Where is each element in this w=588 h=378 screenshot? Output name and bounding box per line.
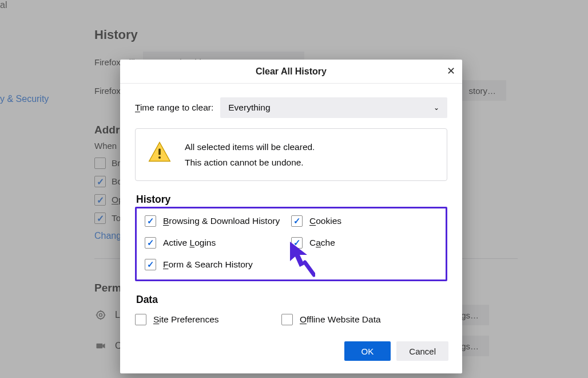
dialog-title: Clear All History xyxy=(256,66,327,77)
checkbox-browsing-download-history[interactable]: Browsing & Download History xyxy=(145,215,288,227)
time-range-select[interactable]: Everything ⌄ xyxy=(220,97,447,118)
dialog-header: Clear All History ✕ xyxy=(120,60,462,84)
checkbox-label: Site Preferences xyxy=(153,314,219,325)
warning-box: All selected items will be cleared. This… xyxy=(135,128,447,181)
checkbox-icon[interactable] xyxy=(145,237,156,249)
svg-point-8 xyxy=(158,156,161,159)
checkbox-icon[interactable] xyxy=(291,215,303,227)
time-range-row: Time range to clear: Everything ⌄ xyxy=(135,97,447,118)
checkbox-offline-website-data[interactable]: Offline Website Data xyxy=(281,314,447,325)
warning-line-2: This action cannot be undone. xyxy=(185,155,315,170)
time-range-label: Time range to clear: xyxy=(135,103,213,113)
dialog-body: Time range to clear: Everything ⌄ All se… xyxy=(120,84,462,336)
data-section-heading: Data xyxy=(136,294,447,306)
checkbox-icon[interactable] xyxy=(135,314,146,325)
checkbox-label: Cookies xyxy=(309,216,341,226)
checkbox-cookies[interactable]: Cookies xyxy=(291,215,438,227)
clear-history-dialog: Clear All History ✕ Time range to clear:… xyxy=(120,60,462,373)
checkbox-icon[interactable] xyxy=(281,314,293,325)
dialog-footer: OK Cancel xyxy=(120,336,462,373)
checkbox-active-logins[interactable]: Active Logins xyxy=(145,237,288,249)
checkbox-label: Cache xyxy=(309,238,335,248)
checkbox-label: Browsing & Download History xyxy=(163,216,280,226)
checkbox-label: Active Logins xyxy=(163,238,216,248)
history-items-highlight: Browsing & Download History Cookies Acti… xyxy=(135,207,447,281)
close-button[interactable]: ✕ xyxy=(444,64,458,78)
cancel-button[interactable]: Cancel xyxy=(396,341,448,361)
time-range-value: Everything xyxy=(228,103,270,113)
close-icon: ✕ xyxy=(447,65,455,77)
warning-icon xyxy=(147,139,172,164)
warning-line-1: All selected items will be cleared. xyxy=(185,139,315,155)
checkbox-cache[interactable]: Cache xyxy=(291,237,438,249)
checkbox-icon[interactable] xyxy=(291,237,303,249)
checkbox-form-search-history[interactable]: Form & Search History xyxy=(145,259,288,270)
history-section-heading: History xyxy=(136,194,447,206)
checkbox-site-preferences[interactable]: Site Preferences xyxy=(135,314,278,325)
ok-button[interactable]: OK xyxy=(344,341,391,361)
chevron-down-icon: ⌄ xyxy=(434,104,439,112)
checkbox-label: Offline Website Data xyxy=(300,314,381,325)
svg-rect-7 xyxy=(158,149,161,155)
checkbox-label: Form & Search History xyxy=(163,259,253,270)
checkbox-icon[interactable] xyxy=(145,259,156,270)
checkbox-icon[interactable] xyxy=(145,215,156,227)
warning-text: All selected items will be cleared. This… xyxy=(185,139,315,170)
